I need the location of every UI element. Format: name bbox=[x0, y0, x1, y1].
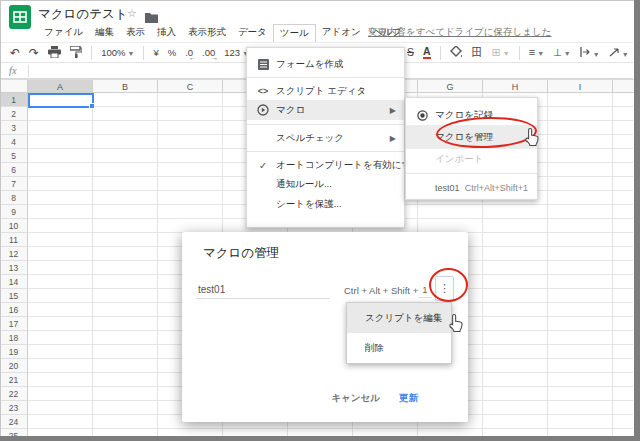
fill-color-icon[interactable] bbox=[450, 46, 463, 60]
menu-tools[interactable]: ツール bbox=[273, 24, 316, 42]
row-header-2[interactable]: 2 bbox=[0, 107, 28, 121]
undo-icon[interactable]: ↶ bbox=[10, 47, 20, 59]
row-header-24[interactable]: 24 bbox=[0, 415, 28, 429]
column-header-G[interactable]: G bbox=[418, 79, 483, 93]
corner-header[interactable] bbox=[0, 79, 28, 93]
menu-item-script-editor[interactable]: <> スクリプト エディタ bbox=[247, 82, 404, 100]
paint-format-icon[interactable] bbox=[70, 46, 82, 60]
menu-item-autocomplete[interactable]: ✓ オートコンプリートを有効にする bbox=[247, 156, 404, 174]
tools-menu: フォームを作成 <> スクリプト エディタ マクロ ▶ スペルチェック ▶ ✓ … bbox=[246, 47, 405, 228]
sheets-logo-icon[interactable] bbox=[8, 5, 32, 33]
column-header-H[interactable]: H bbox=[483, 79, 548, 93]
row-header-19[interactable]: 19 bbox=[0, 345, 28, 359]
update-button[interactable]: 更新 bbox=[399, 392, 418, 405]
menu-data[interactable]: データ bbox=[232, 24, 273, 41]
currency-format-button[interactable]: ¥ bbox=[153, 48, 158, 58]
menu-item-protect-sheet[interactable]: シートを保護... bbox=[247, 194, 404, 214]
document-title[interactable]: マクロのテスト bbox=[38, 6, 128, 23]
row-header-13[interactable]: 13 bbox=[0, 261, 28, 275]
redo-icon[interactable]: ↷ bbox=[29, 47, 39, 59]
app-window: マクロのテスト ☆ ファイル 編集 表示 挿入 表示形式 データ ツール アドオ… bbox=[0, 0, 640, 441]
cancel-button[interactable]: キャンセル bbox=[331, 392, 380, 405]
menu-insert[interactable]: 挿入 bbox=[151, 24, 182, 41]
row-header-3[interactable]: 3 bbox=[0, 121, 28, 135]
menu-bar: ファイル 編集 表示 挿入 表示形式 データ ツール アドオン ヘルプ bbox=[38, 24, 408, 41]
toolbar-divider bbox=[519, 46, 520, 60]
increase-decimal-button[interactable]: .00→ bbox=[202, 48, 215, 58]
row-header-10[interactable]: 10 bbox=[0, 219, 28, 233]
print-icon[interactable] bbox=[48, 46, 61, 60]
horizontal-align-icon[interactable]: ≡▼ bbox=[529, 47, 544, 58]
row-header-11[interactable]: 11 bbox=[0, 233, 28, 247]
strikethrough-button[interactable]: S bbox=[407, 47, 414, 58]
toolbar-left-group: ↶ ↷ 100%▼ ¥ % .0← .00→ 123▼ bbox=[10, 43, 249, 62]
macro-shortcut: Ctrl+Alt+Shift+1 bbox=[465, 183, 528, 193]
text-rotate-icon[interactable]: ▼ bbox=[609, 47, 629, 59]
toolbar-divider bbox=[91, 46, 92, 60]
vertical-align-icon[interactable]: ⊥▼ bbox=[553, 48, 571, 58]
fx-label: fx bbox=[9, 65, 17, 76]
row-header-20[interactable]: 20 bbox=[0, 359, 28, 373]
column-header-I[interactable]: I bbox=[548, 79, 613, 93]
row-header-14[interactable]: 14 bbox=[0, 275, 28, 289]
macros-submenu: マクロを記録 マクロを管理 インポート test01 Ctrl+Alt+Shif… bbox=[405, 97, 538, 200]
toolbar-right-group: S A 田 ⊞▼ ≡▼ ⊥▼ ▼ ▼ ⊂ bbox=[407, 43, 640, 62]
macro-options-menu: スクリプトを編集 削除 bbox=[346, 302, 452, 364]
toolbar-divider bbox=[440, 46, 441, 60]
row-header-17[interactable]: 17 bbox=[0, 317, 28, 331]
row-header-8[interactable]: 8 bbox=[0, 191, 28, 205]
row-header-15[interactable]: 15 bbox=[0, 289, 28, 303]
text-color-button[interactable]: A bbox=[423, 46, 431, 60]
menu-item-delete[interactable]: 削除 bbox=[347, 333, 451, 363]
text-wrap-icon[interactable]: ▼ bbox=[580, 47, 600, 59]
menu-item-notification-rules[interactable]: 通知ルール... bbox=[247, 174, 404, 194]
row-header-23[interactable]: 23 bbox=[0, 401, 28, 415]
row-header-21[interactable]: 21 bbox=[0, 373, 28, 387]
row-header-12[interactable]: 12 bbox=[0, 247, 28, 261]
row-header-9[interactable]: 9 bbox=[0, 205, 28, 219]
row-header-16[interactable]: 16 bbox=[0, 303, 28, 317]
form-icon bbox=[256, 59, 270, 70]
star-icon[interactable]: ☆ bbox=[127, 7, 137, 20]
fill-handle[interactable] bbox=[89, 103, 95, 109]
menu-item-create-form[interactable]: フォームを作成 bbox=[247, 55, 404, 73]
selected-cell-a1[interactable] bbox=[28, 93, 94, 108]
row-header-6[interactable]: 6 bbox=[0, 163, 28, 177]
submenu-item-import[interactable]: インポート bbox=[406, 149, 537, 169]
merge-cells-icon[interactable]: ⊞▼ bbox=[492, 47, 510, 58]
menu-edit[interactable]: 編集 bbox=[89, 24, 120, 41]
save-status[interactable]: 変更内容をすべてドライブに保存しました bbox=[368, 26, 551, 39]
submenu-item-test01[interactable]: test01 Ctrl+Alt+Shift+1 bbox=[406, 178, 537, 198]
borders-icon[interactable]: 田 bbox=[472, 47, 483, 58]
row-header-22[interactable]: 22 bbox=[0, 387, 28, 401]
record-icon bbox=[416, 110, 429, 121]
column-header-C[interactable]: C bbox=[158, 79, 223, 93]
column-header-A[interactable]: A bbox=[28, 79, 93, 93]
menu-item-spelling[interactable]: スペルチェック ▶ bbox=[247, 129, 404, 147]
dialog-title: マクロの管理 bbox=[203, 245, 279, 262]
submenu-arrow-icon: ▶ bbox=[390, 134, 396, 143]
menu-item-edit-script[interactable]: スクリプトを編集 bbox=[347, 303, 451, 333]
dialog-actions: キャンセル 更新 bbox=[331, 392, 418, 405]
column-header-B[interactable]: B bbox=[93, 79, 158, 93]
row-header-4[interactable]: 4 bbox=[0, 135, 28, 149]
menu-separator bbox=[247, 124, 404, 125]
percent-format-button[interactable]: % bbox=[168, 48, 176, 58]
macro-name-input[interactable]: test01 bbox=[196, 280, 330, 299]
row-header-18[interactable]: 18 bbox=[0, 331, 28, 345]
menu-separator bbox=[247, 151, 404, 152]
row-header-7[interactable]: 7 bbox=[0, 177, 28, 191]
row-header-1[interactable]: 1 bbox=[0, 93, 28, 107]
menu-view[interactable]: 表示 bbox=[120, 24, 151, 41]
window-border bbox=[0, 436, 640, 441]
hand-cursor-icon bbox=[448, 313, 465, 336]
menu-format[interactable]: 表示形式 bbox=[182, 24, 232, 41]
formula-bar-divider bbox=[28, 65, 29, 77]
row-header-5[interactable]: 5 bbox=[0, 149, 28, 163]
decrease-decimal-button[interactable]: .0← bbox=[185, 48, 193, 58]
toolbar-divider bbox=[143, 46, 144, 60]
menu-item-macros[interactable]: マクロ ▶ bbox=[247, 100, 404, 120]
menu-addons[interactable]: アドオン bbox=[316, 24, 367, 41]
zoom-select[interactable]: 100%▼ bbox=[101, 48, 134, 58]
menu-file[interactable]: ファイル bbox=[38, 24, 89, 41]
